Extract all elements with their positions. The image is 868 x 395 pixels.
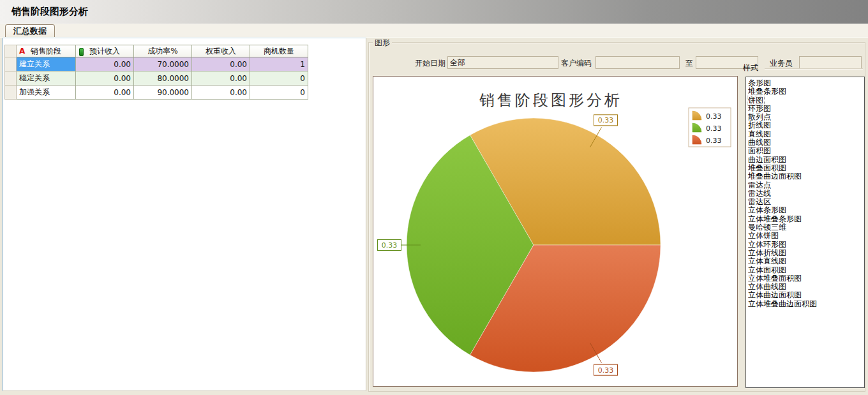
legend-label: 0.33 <box>706 112 722 121</box>
style-list-item[interactable]: 环形图 <box>747 105 772 113</box>
tab-strip: 汇总数据 <box>0 24 868 38</box>
cell-weighted: 0.00 <box>192 71 250 86</box>
style-list-item[interactable]: 折线图 <box>747 121 772 130</box>
style-list-item[interactable]: 雷达线 <box>747 190 772 198</box>
cell-count: 0 <box>250 86 308 100</box>
style-list-item[interactable]: 立体曲线图 <box>747 283 787 291</box>
style-list-item[interactable]: 立体条形图 <box>747 206 787 214</box>
style-list-item[interactable]: 立体面积图 <box>747 266 787 274</box>
table-row[interactable]: 加强关系 0.00 90.0000 0.00 0 <box>5 86 308 100</box>
cell-count: 1 <box>250 57 308 71</box>
legend-label: 0.33 <box>706 137 722 145</box>
window-titlebar: 销售阶段图形分析 <box>0 0 868 24</box>
style-group-label: 样式 <box>743 63 758 73</box>
salesman-label: 业务员 <box>761 57 793 70</box>
style-list-item[interactable]: 曲边面积图 <box>747 156 787 164</box>
style-list-item[interactable]: 条形图 <box>747 79 772 87</box>
to-label: 至 <box>683 57 693 70</box>
column-marker-bar-icon <box>79 48 84 56</box>
chart-svg: 0.330.330.33销售阶段图形分析0.330.330.33 <box>373 77 737 386</box>
cell-weighted: 0.00 <box>192 86 250 100</box>
cell-expected: 0.00 <box>76 86 134 100</box>
style-list-item[interactable]: 立体堆叠面积图 <box>747 274 802 283</box>
row-selector-header <box>5 45 17 57</box>
page-title: 销售阶段图形分析 <box>0 0 868 23</box>
slice-label: 0.33 <box>598 116 614 124</box>
style-list-item[interactable]: 立体直线图 <box>747 257 787 265</box>
row-selector[interactable] <box>5 71 17 86</box>
tab-summary-data[interactable]: 汇总数据 <box>5 24 55 37</box>
style-list-item[interactable]: 堆叠曲边面积图 <box>747 172 802 181</box>
style-list-item[interactable]: 雷达区 <box>747 198 772 206</box>
column-header-expected-income[interactable]: 预计收入 <box>76 45 134 57</box>
table-panel: A 销售阶段 预计收入 成功率% 权重收入 商机数量 建立关系 0.00 70.… <box>3 38 366 391</box>
style-list-item[interactable]: 堆叠面积图 <box>747 164 787 172</box>
slice-label: 0.33 <box>382 241 398 250</box>
chart-box: 0.330.330.33销售阶段图形分析0.330.330.33 <box>373 76 738 387</box>
style-list-item[interactable]: 散列点 <box>747 113 772 121</box>
cell-stage: 加强关系 <box>17 86 76 100</box>
start-date-label: 开始日期 <box>412 57 445 70</box>
column-header-opportunity-count[interactable]: 商机数量 <box>250 45 308 57</box>
table-row-selected[interactable]: 建立关系 0.00 70.0000 0.00 1 <box>5 57 308 71</box>
column-header-weighted-income[interactable]: 权重收入 <box>192 45 250 57</box>
column-header-success-rate[interactable]: 成功率% <box>134 45 192 57</box>
style-list-item[interactable]: 直线图 <box>747 130 772 138</box>
table-header-row: A 销售阶段 预计收入 成功率% 权重收入 商机数量 <box>5 45 308 57</box>
cell-weighted: 0.00 <box>192 57 250 71</box>
column-header-stage[interactable]: A 销售阶段 <box>17 45 76 57</box>
style-list-item[interactable]: 面积图 <box>747 147 772 155</box>
start-date-input[interactable] <box>447 56 558 69</box>
style-list-item[interactable]: 雷达点 <box>747 181 772 190</box>
chart-title: 销售阶段图形分析 <box>479 91 622 109</box>
cell-success: 70.0000 <box>134 57 192 71</box>
style-list-item[interactable]: 曼哈顿三维 <box>747 223 787 232</box>
style-list-item[interactable]: 立体堆叠条形图 <box>747 215 802 223</box>
cell-stage: 稳定关系 <box>17 71 76 86</box>
style-list-item[interactable]: 立体环形图 <box>747 241 787 249</box>
customer-code-label: 客户编码 <box>558 57 592 70</box>
tab-label: 汇总数据 <box>13 26 47 36</box>
style-list-item[interactable]: 曲线图 <box>747 138 772 147</box>
style-list-item[interactable]: 立体折线图 <box>747 249 787 257</box>
graph-groupbox: 图形 开始日期 客户编码 至 业务员 0.330.330.33销售阶段图形分析0… <box>368 42 865 392</box>
row-selector[interactable] <box>5 57 17 71</box>
legend-label: 0.33 <box>706 124 722 133</box>
row-selector[interactable] <box>5 86 17 100</box>
sales-stage-table: A 销售阶段 预计收入 成功率% 权重收入 商机数量 建立关系 0.00 70.… <box>4 45 308 100</box>
style-list: 条形图堆叠条形图饼图环形图散列点折线图直线图曲线图面积图曲边面积图堆叠面积图堆叠… <box>745 77 865 388</box>
cell-expected: 0.00 <box>76 71 134 86</box>
style-list-item[interactable]: 立体饼图 <box>747 232 779 240</box>
style-list-item[interactable]: 堆叠条形图 <box>747 87 787 96</box>
cell-success: 80.0000 <box>134 71 192 86</box>
style-list-item[interactable]: 立体堆叠曲边面积图 <box>747 300 818 308</box>
slice-label: 0.33 <box>598 366 614 375</box>
salesman-input[interactable] <box>799 56 862 69</box>
style-list-item[interactable]: 饼图 <box>747 96 764 105</box>
cell-success: 90.0000 <box>134 86 192 100</box>
style-group-border <box>765 68 863 70</box>
customer-code-input[interactable] <box>595 56 680 69</box>
table-row[interactable]: 稳定关系 0.00 80.0000 0.00 0 <box>5 71 308 86</box>
column-marker-a-icon: A <box>19 47 25 56</box>
cell-count: 0 <box>250 71 308 86</box>
cell-stage: 建立关系 <box>17 57 76 71</box>
cell-expected: 0.00 <box>76 57 134 71</box>
style-list-item[interactable]: 立体曲边面积图 <box>747 291 802 299</box>
graph-group-label: 图形 <box>373 38 392 48</box>
